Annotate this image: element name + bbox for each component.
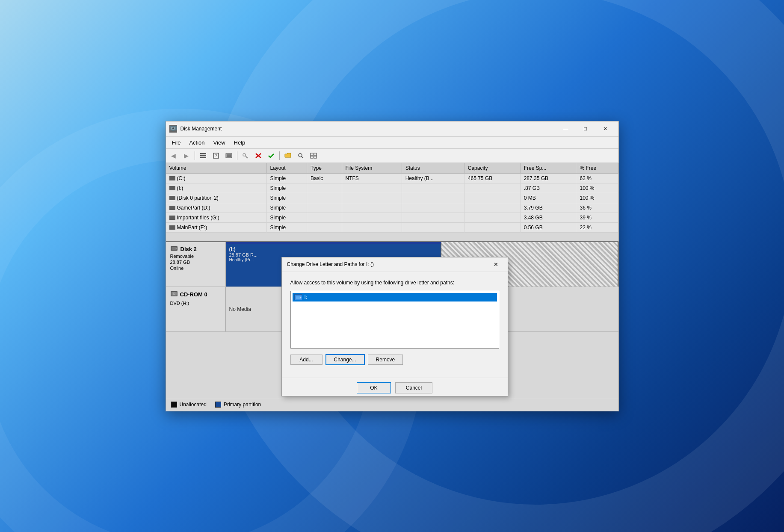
cell-volume: Important files (G:) bbox=[166, 213, 267, 222]
disk2-type: Removable bbox=[170, 254, 221, 259]
search-button[interactable] bbox=[295, 150, 307, 161]
separator-3 bbox=[279, 151, 280, 160]
cell-pct: 100 % bbox=[576, 183, 618, 193]
cell-type: Basic bbox=[307, 173, 342, 183]
dialog-description: Allow access to this volume by using the… bbox=[290, 280, 499, 286]
cell-layout: Simple bbox=[266, 193, 307, 203]
svg-rect-13 bbox=[246, 157, 248, 158]
disk2-name-row: Disk 2 bbox=[170, 245, 221, 253]
cell-capacity bbox=[464, 183, 520, 193]
volume-table-container: Volume Layout Type File System Status Ca… bbox=[166, 163, 618, 242]
svg-rect-18 bbox=[311, 153, 313, 156]
menu-file[interactable]: File bbox=[168, 138, 185, 148]
table-row[interactable]: MainPart (E:) Simple 0.56 GB 22 % bbox=[166, 222, 618, 232]
cell-volume: (C:) bbox=[166, 173, 267, 183]
list-view-button[interactable] bbox=[197, 150, 209, 161]
menu-help[interactable]: Help bbox=[230, 138, 250, 148]
cell-status bbox=[402, 222, 464, 232]
svg-line-17 bbox=[302, 157, 303, 158]
dialog-listbox[interactable]: I: bbox=[290, 291, 499, 349]
volume-icon bbox=[169, 225, 175, 230]
cell-type bbox=[307, 203, 342, 213]
legend-label-unallocated: Unallocated bbox=[180, 402, 207, 408]
cell-status bbox=[402, 213, 464, 222]
cell-type bbox=[307, 222, 342, 232]
cell-layout: Simple bbox=[266, 213, 307, 222]
part-i-name: (I:) bbox=[229, 246, 438, 252]
table-row[interactable]: (I:) Simple .87 GB 100 % bbox=[166, 183, 618, 193]
remove-button[interactable]: Remove bbox=[368, 355, 403, 365]
minimize-button[interactable]: — bbox=[556, 121, 576, 136]
cell-fs bbox=[342, 193, 402, 203]
cancel-button[interactable]: Cancel bbox=[395, 382, 432, 393]
format-button[interactable] bbox=[223, 150, 235, 161]
window-inner: Volume Layout Type File System Status Ca… bbox=[166, 163, 618, 411]
svg-text:?: ? bbox=[215, 154, 217, 158]
forward-button[interactable]: ▶ bbox=[180, 150, 192, 161]
cdrom-type: DVD (H:) bbox=[170, 301, 189, 306]
app-icon bbox=[169, 125, 177, 133]
cell-layout: Simple bbox=[266, 222, 307, 232]
table-row[interactable]: (Disk 0 partition 2) Simple 0 MB 100 % bbox=[166, 193, 618, 203]
menu-action[interactable]: Action bbox=[185, 138, 209, 148]
volume-icon bbox=[169, 206, 175, 210]
cell-free: 3.48 GB bbox=[520, 213, 576, 222]
col-pct: % Free bbox=[576, 163, 618, 174]
cell-free: 0.56 GB bbox=[520, 222, 576, 232]
svg-point-24 bbox=[175, 248, 177, 249]
table-row[interactable]: GamePart (D:) Simple 3.79 GB 36 % bbox=[166, 203, 618, 213]
legend-box-primary bbox=[215, 402, 221, 408]
back-button[interactable]: ◀ bbox=[168, 150, 180, 161]
svg-rect-10 bbox=[227, 154, 231, 157]
cell-free: 287.35 GB bbox=[520, 173, 576, 183]
table-row[interactable]: (C:) Simple Basic NTFS Healthy (B... 465… bbox=[166, 173, 618, 183]
cell-capacity bbox=[464, 203, 520, 213]
svg-rect-5 bbox=[200, 155, 206, 156]
listbox-item-icon bbox=[294, 294, 302, 300]
change-button[interactable]: Change... bbox=[326, 355, 364, 365]
volume-icon bbox=[169, 196, 175, 200]
cell-capacity bbox=[464, 213, 520, 222]
table-row[interactable]: Important files (G:) Simple 3.48 GB 39 % bbox=[166, 213, 618, 222]
properties-button[interactable]: ? bbox=[210, 150, 222, 161]
cell-layout: Simple bbox=[266, 203, 307, 213]
menu-view[interactable]: View bbox=[209, 138, 230, 148]
listbox-item-i[interactable]: I: bbox=[293, 293, 497, 301]
layout-button[interactable] bbox=[308, 150, 320, 161]
folder-button[interactable] bbox=[282, 150, 294, 161]
legend-bar: Unallocated Primary partition bbox=[166, 398, 618, 411]
svg-point-2 bbox=[172, 127, 174, 129]
check-button[interactable] bbox=[265, 150, 277, 161]
svg-rect-21 bbox=[314, 156, 317, 158]
add-button[interactable]: Add... bbox=[290, 355, 322, 365]
key-button[interactable] bbox=[240, 150, 251, 161]
cell-fs: NTFS bbox=[342, 173, 402, 183]
delete-button[interactable] bbox=[252, 150, 264, 161]
cdrom-icon bbox=[170, 290, 178, 299]
svg-point-28 bbox=[174, 293, 175, 294]
disk2-name: Disk 2 bbox=[180, 246, 197, 252]
cell-status bbox=[402, 193, 464, 203]
col-capacity: Capacity bbox=[464, 163, 520, 174]
titlebar-controls: — □ ✕ bbox=[556, 121, 615, 136]
separator-1 bbox=[195, 151, 195, 160]
cell-capacity: 465.75 GB bbox=[464, 173, 520, 183]
close-button[interactable]: ✕ bbox=[595, 121, 615, 136]
cell-fs bbox=[342, 213, 402, 222]
ok-button[interactable]: OK bbox=[357, 382, 391, 393]
maximize-button[interactable]: □ bbox=[576, 121, 595, 136]
dialog-close-button[interactable]: ✕ bbox=[490, 258, 503, 270]
menubar: File Action View Help bbox=[166, 137, 618, 149]
svg-point-31 bbox=[300, 297, 301, 298]
legend-label-primary: Primary partition bbox=[224, 402, 261, 408]
cell-type bbox=[307, 213, 342, 222]
dialog-action-buttons: Add... Change... Remove bbox=[290, 355, 499, 365]
cell-type bbox=[307, 193, 342, 203]
cell-layout: Simple bbox=[266, 173, 307, 183]
main-window: Disk Management — □ ✕ File Action View H… bbox=[166, 121, 619, 411]
window-title: Disk Management bbox=[180, 126, 556, 132]
col-type: Type bbox=[307, 163, 342, 174]
change-drive-letter-dialog: Change Drive Letter and Paths for I: () … bbox=[281, 257, 508, 396]
legend-box-unallocated bbox=[171, 402, 177, 408]
svg-rect-19 bbox=[314, 153, 317, 156]
